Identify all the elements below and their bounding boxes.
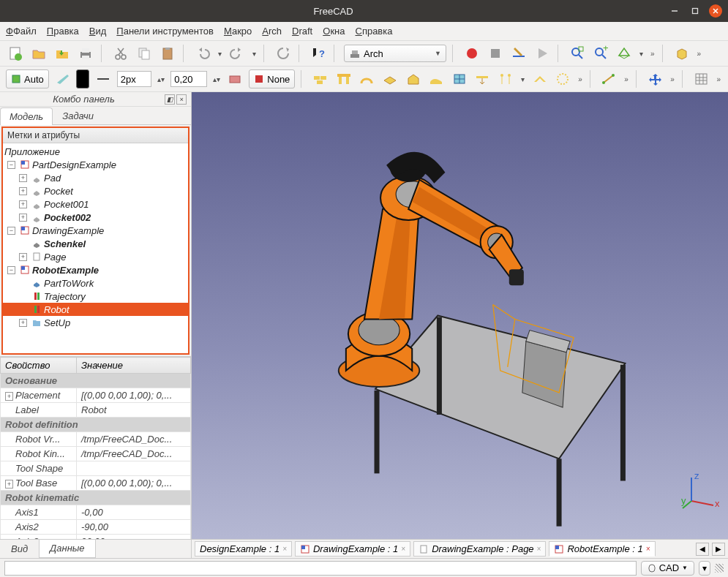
menu-edit[interactable]: Правка xyxy=(47,26,79,37)
construction-icon[interactable] xyxy=(226,69,245,88)
plane-icon[interactable] xyxy=(53,69,72,88)
save-icon[interactable] xyxy=(53,44,72,63)
arch-axis-chevron-icon[interactable]: ▾ xyxy=(519,75,526,83)
collapse-icon[interactable]: − xyxy=(7,227,15,235)
menu-arch[interactable]: Arch xyxy=(262,26,282,37)
overflow1-chevron-icon[interactable]: » xyxy=(649,50,656,58)
maximize-button[interactable] xyxy=(688,4,702,18)
color-swatch[interactable] xyxy=(76,69,89,88)
lineval-stepper[interactable]: ▴▾ xyxy=(211,75,222,83)
menu-file[interactable]: ФФайл xyxy=(6,26,37,37)
tab-data[interactable]: Данные xyxy=(39,540,96,558)
workbench-dropdown[interactable]: Arch ▼ xyxy=(344,45,446,62)
menu-view[interactable]: Вид xyxy=(89,26,107,37)
tree-item-pocket[interactable]: +Pocket xyxy=(3,184,188,197)
copy-icon[interactable] xyxy=(135,44,154,63)
arch-rebar-icon[interactable] xyxy=(358,69,377,88)
tree-doc-robot[interactable]: −RobotExample xyxy=(3,263,188,276)
status-extra-button[interactable]: ▾ xyxy=(699,561,710,576)
tree-item-pad[interactable]: +Pad xyxy=(3,171,188,184)
tree-item-pocket002[interactable]: +Pocket002 xyxy=(3,211,188,224)
doctab-drawingpage[interactable]: DrawingExample : Page× xyxy=(413,541,546,557)
minimize-button[interactable] xyxy=(668,4,681,18)
part-box-icon[interactable] xyxy=(672,44,691,63)
tree-root[interactable]: Приложение xyxy=(3,145,188,158)
fit-all-icon[interactable] xyxy=(568,44,587,63)
expand-icon[interactable]: + xyxy=(19,319,27,327)
tree-doc-drawing[interactable]: −DrawingExample xyxy=(3,224,188,237)
prop-row[interactable]: Robot Kin.../tmp/FreeCAD_Doc... xyxy=(1,447,191,461)
collapse-icon[interactable]: − xyxy=(7,161,15,169)
tree-doc-partdesign[interactable]: −PartDesignExample xyxy=(3,158,188,171)
prop-row[interactable]: LabelRobot xyxy=(1,403,191,418)
toolbar2-overflow3-icon[interactable]: » xyxy=(669,75,676,83)
expand-icon[interactable]: + xyxy=(19,174,27,182)
doctab-designexample[interactable]: DesignExample : 1× xyxy=(195,541,292,557)
panel-close-button[interactable]: × xyxy=(176,94,187,105)
tree-item-setup[interactable]: +SetUp xyxy=(3,316,188,329)
close-button[interactable] xyxy=(709,4,722,18)
arch-building-icon[interactable] xyxy=(404,69,423,88)
3d-viewport[interactable]: x y z xyxy=(192,92,728,539)
tab-view[interactable]: Вид xyxy=(0,540,39,558)
arch-section-icon[interactable] xyxy=(473,69,492,88)
refresh-icon[interactable] xyxy=(274,44,293,63)
tab-model[interactable]: Модель xyxy=(0,108,53,125)
prop-row[interactable]: +Tool Base[(0,00 0,00 1,00); 0,... xyxy=(1,476,191,491)
new-doc-icon[interactable] xyxy=(6,44,25,63)
prop-row[interactable]: +Placement[(0,00 0,00 1,00); 0,... xyxy=(1,388,191,403)
tree-item-parttowork[interactable]: PartToWork xyxy=(3,276,188,290)
toolbar2-overflow1-icon[interactable]: » xyxy=(577,75,584,83)
edit-macro-icon[interactable] xyxy=(509,44,528,63)
prop-row[interactable]: Tool Shape xyxy=(1,461,191,476)
arch-space-icon[interactable] xyxy=(554,69,573,88)
expand-icon[interactable]: + xyxy=(19,187,27,195)
prop-col-value[interactable]: Значение xyxy=(77,358,191,374)
tree-item-schenkel[interactable]: Schenkel xyxy=(3,237,188,250)
drawstyle-chevron-icon[interactable]: ▾ xyxy=(638,50,645,58)
whatsthis-icon[interactable]: ? xyxy=(309,44,328,63)
stop-macro-icon[interactable] xyxy=(486,44,505,63)
linewidth-stepper[interactable]: ▴▾ xyxy=(156,75,166,83)
menu-help[interactable]: Справка xyxy=(355,26,392,37)
panel-float-button[interactable]: ◧ xyxy=(165,94,175,105)
paste-icon[interactable] xyxy=(158,44,177,63)
doctab-next-button[interactable]: ▶ xyxy=(712,543,725,556)
close-icon[interactable]: × xyxy=(282,545,287,553)
tab-tasks[interactable]: Задачи xyxy=(53,107,103,124)
overflow2-chevron-icon[interactable]: » xyxy=(696,50,703,58)
doctab-prev-button[interactable]: ◀ xyxy=(696,543,709,556)
arch-structure-icon[interactable] xyxy=(334,69,353,88)
arch-roof-icon[interactable] xyxy=(530,69,549,88)
draft-line-icon[interactable] xyxy=(600,69,619,88)
cut-icon[interactable] xyxy=(111,44,130,63)
snap-grid-icon[interactable] xyxy=(692,69,711,88)
prop-row[interactable]: Robot Vr.../tmp/FreeCAD_Doc... xyxy=(1,432,191,447)
close-icon[interactable]: × xyxy=(646,545,650,553)
expand-icon[interactable]: + xyxy=(19,200,27,208)
redo-chevron-icon[interactable]: ▾ xyxy=(251,50,258,58)
expand-icon[interactable]: + xyxy=(19,253,27,261)
arch-wall-icon[interactable] xyxy=(311,69,330,88)
property-grid[interactable]: СвойствоЗначение Основание +Placement[(0… xyxy=(0,356,191,539)
axis-navigator[interactable]: x y z xyxy=(681,473,719,511)
doctab-drawingexample[interactable]: DrawingExample : 1× xyxy=(295,541,410,557)
arch-window-icon[interactable] xyxy=(450,69,469,88)
menu-toolbars[interactable]: Панели инструментов xyxy=(116,26,214,37)
none-button[interactable]: None xyxy=(249,69,295,88)
open-icon[interactable] xyxy=(29,44,48,63)
auto-button[interactable]: Auto xyxy=(6,69,49,88)
toolbar2-overflow2-icon[interactable]: » xyxy=(623,75,630,83)
tree-item-trajectory[interactable]: Trajectory xyxy=(3,290,188,303)
undo-icon[interactable] xyxy=(193,44,212,63)
line-style-icon[interactable] xyxy=(94,69,113,88)
menu-draft[interactable]: Draft xyxy=(292,26,312,37)
record-macro-icon[interactable] xyxy=(462,44,481,63)
doctab-robotexample[interactable]: RobotExample : 1× xyxy=(549,541,655,557)
command-input[interactable] xyxy=(4,561,637,576)
resize-grip[interactable] xyxy=(715,564,724,573)
collapse-icon[interactable]: − xyxy=(7,266,15,274)
arch-axis-icon[interactable] xyxy=(496,69,515,88)
model-tree[interactable]: Метки и атрибуты Приложение −PartDesignE… xyxy=(1,127,189,355)
expand-icon[interactable]: + xyxy=(19,214,27,222)
